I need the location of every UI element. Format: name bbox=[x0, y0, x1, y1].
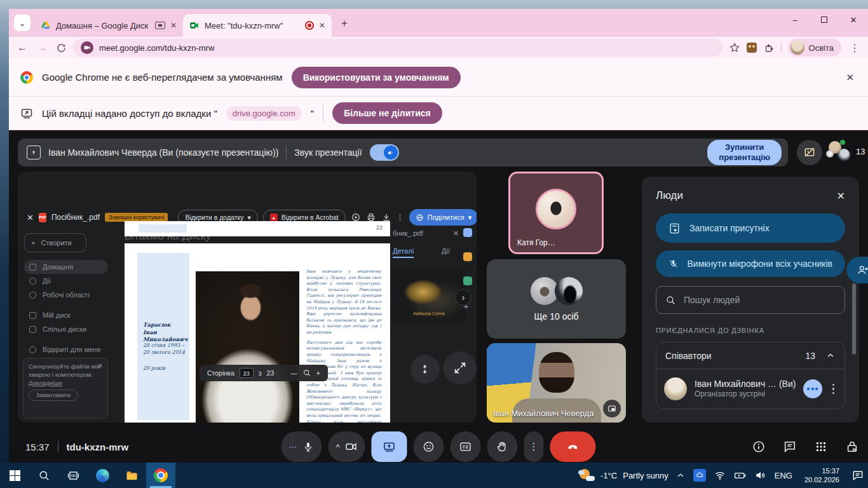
share-button[interactable]: Поділитися ▾ bbox=[409, 209, 477, 226]
chevron-up-icon[interactable] bbox=[825, 351, 836, 361]
taskbar-search-icon[interactable] bbox=[29, 463, 58, 488]
chrome-taskbar-icon[interactable] bbox=[146, 463, 175, 488]
mic-button[interactable]: ⋯ bbox=[281, 431, 322, 462]
drive-new-button[interactable]: + Створити bbox=[24, 233, 86, 252]
picture-in-picture-icon[interactable] bbox=[603, 400, 621, 417]
promo-download-button[interactable]: Завантажити bbox=[29, 390, 78, 401]
keep-icon[interactable] bbox=[463, 252, 472, 261]
presentation-sound-toggle[interactable] bbox=[370, 144, 399, 161]
browser-menu-icon[interactable]: ⋮ bbox=[848, 42, 862, 54]
taskbar-weather[interactable]: -1°C Partly sunny bbox=[571, 468, 676, 482]
minimize-button[interactable]: – bbox=[780, 9, 810, 30]
notice-close-icon[interactable]: ✕ bbox=[846, 72, 854, 83]
raise-hand-button[interactable] bbox=[487, 431, 518, 462]
drive-home-item[interactable]: Домашня bbox=[24, 260, 108, 274]
tab-meet[interactable]: Meet: "tdu-kxzn-mrw" ✕ bbox=[183, 14, 332, 37]
onedrive-icon[interactable] bbox=[693, 469, 706, 482]
fullscreen-shared-content-button[interactable] bbox=[444, 351, 477, 384]
promo-learn-more-link[interactable]: Докладніше bbox=[29, 379, 102, 388]
participant-row[interactable]: Іван Михайлович … (Ви) Організатор зустр… bbox=[656, 369, 844, 409]
end-call-button[interactable] bbox=[550, 431, 596, 462]
zoom-icon[interactable] bbox=[302, 369, 311, 377]
set-default-button[interactable]: Використовувати за умовчанням bbox=[292, 67, 461, 88]
activities-grid-icon[interactable] bbox=[814, 440, 828, 454]
participant-tile-katya[interactable]: Катя Гор… bbox=[508, 172, 604, 254]
participant-menu-icon[interactable] bbox=[830, 384, 837, 395]
participants-avatars[interactable] bbox=[827, 141, 853, 165]
tray-expand-icon[interactable] bbox=[676, 471, 685, 480]
more-controls-button[interactable]: ⋮ bbox=[524, 431, 544, 462]
shared-site-chip[interactable]: drive.google.com bbox=[226, 106, 302, 121]
scroll-shared-content-button[interactable] bbox=[410, 355, 440, 384]
participant-tile-others[interactable]: Ще 10 осіб bbox=[487, 259, 626, 339]
file-explorer-icon[interactable] bbox=[117, 463, 146, 488]
host-controls-lock-icon[interactable] bbox=[845, 440, 859, 454]
drive-workspaces-item[interactable]: Робочі області bbox=[24, 288, 108, 302]
meeting-details-icon[interactable] bbox=[752, 440, 766, 454]
people-search[interactable] bbox=[656, 286, 845, 314]
extension-owl-icon[interactable] bbox=[747, 43, 757, 53]
maximize-button[interactable] bbox=[810, 9, 839, 30]
tab-drive[interactable]: Домашня – Google Диск ✕ bbox=[34, 14, 183, 37]
battery-icon[interactable] bbox=[734, 469, 747, 482]
forward-icon[interactable]: → bbox=[36, 42, 50, 53]
next-page-nav-button[interactable]: › bbox=[455, 289, 471, 306]
drive-shareddrives-item[interactable]: Спільні диски bbox=[24, 322, 108, 336]
new-tab-button[interactable]: + bbox=[336, 15, 353, 32]
people-search-input[interactable] bbox=[684, 295, 836, 305]
chat-icon[interactable] bbox=[783, 440, 797, 454]
present-button-active[interactable] bbox=[372, 431, 407, 462]
drive-mydrive-item[interactable]: Мій диск bbox=[24, 308, 108, 322]
task-view-icon[interactable] bbox=[58, 463, 88, 488]
page-number-input[interactable]: 23 bbox=[240, 368, 254, 378]
participant-tile-ivan[interactable]: Іван Михайлович Чеверда bbox=[487, 343, 626, 423]
back-icon[interactable]: ← bbox=[15, 42, 29, 53]
tab-activity[interactable]: Дії bbox=[442, 247, 450, 258]
whiteboard-off-icon[interactable] bbox=[797, 140, 822, 165]
mic-options-icon[interactable]: ⋯ bbox=[288, 442, 297, 452]
close-button[interactable]: ✕ bbox=[839, 9, 868, 30]
tab-media-icon[interactable] bbox=[155, 22, 165, 29]
drive-activity-item[interactable]: Дії bbox=[24, 274, 108, 288]
record-attendance-button[interactable]: Записати присутніх bbox=[656, 214, 845, 243]
speaker-icon[interactable] bbox=[755, 470, 766, 481]
zoom-out-icon[interactable]: — bbox=[290, 369, 297, 377]
tab-close-icon[interactable]: ✕ bbox=[319, 21, 325, 30]
extensions-icon[interactable] bbox=[763, 42, 775, 53]
tab-search-icon[interactable]: ⌄ bbox=[14, 15, 31, 31]
camera-options-icon[interactable]: ^ bbox=[336, 442, 339, 452]
tab-details[interactable]: Деталі bbox=[393, 247, 414, 258]
tab-close-icon[interactable]: ✕ bbox=[170, 21, 177, 30]
shared-screen-tile[interactable]: ✕ PDF Посібник_.pdf Зовнішні користувачі… bbox=[18, 172, 477, 423]
wifi-icon[interactable] bbox=[714, 470, 726, 481]
calendar-icon[interactable] bbox=[463, 228, 472, 237]
mute-all-button[interactable]: Вимкнути мікрофони всіх учасників bbox=[656, 250, 845, 277]
panel-scrollbar[interactable] bbox=[852, 283, 856, 355]
add-person-button[interactable] bbox=[846, 257, 868, 283]
camera-button[interactable]: ^ bbox=[328, 431, 365, 462]
cohosts-header[interactable]: Співавтори 13 bbox=[656, 342, 844, 369]
stop-presentation-button[interactable]: Зупинити презентацію bbox=[707, 140, 782, 165]
start-button[interactable] bbox=[0, 463, 29, 488]
camera-permission-icon[interactable] bbox=[81, 41, 93, 54]
edge-icon[interactable] bbox=[88, 463, 117, 488]
address-bar[interactable]: meet.google.com/tdu-kxzn-mrw bbox=[73, 39, 722, 57]
bookmark-star-icon[interactable] bbox=[729, 42, 740, 53]
zoom-in-icon[interactable]: + bbox=[316, 369, 320, 377]
promo-close-icon[interactable]: ✕ bbox=[98, 362, 103, 370]
taskbar-clock[interactable]: 15:37 20.02.2026 bbox=[801, 466, 843, 485]
reactions-button[interactable] bbox=[414, 431, 444, 462]
viewer-close-icon[interactable]: ✕ bbox=[27, 213, 34, 222]
reload-icon[interactable] bbox=[56, 43, 67, 53]
panel-close-icon[interactable]: ✕ bbox=[837, 190, 845, 202]
stop-sharing-button[interactable]: Більше не ділитися bbox=[332, 102, 442, 124]
details-close-icon[interactable]: ✕ bbox=[453, 229, 459, 238]
notification-center-icon[interactable] bbox=[851, 469, 864, 482]
profile-chip[interactable]: Освіта bbox=[788, 39, 841, 57]
language-indicator[interactable]: ENG bbox=[775, 471, 792, 480]
drive-sharedwithme-item[interactable]: Відкриті для мене bbox=[24, 342, 108, 356]
tasks-icon[interactable] bbox=[463, 276, 472, 285]
cohost-more-icon[interactable] bbox=[803, 379, 822, 398]
captions-button[interactable] bbox=[451, 431, 481, 462]
more-options-icon[interactable]: ⋮ bbox=[397, 213, 404, 222]
